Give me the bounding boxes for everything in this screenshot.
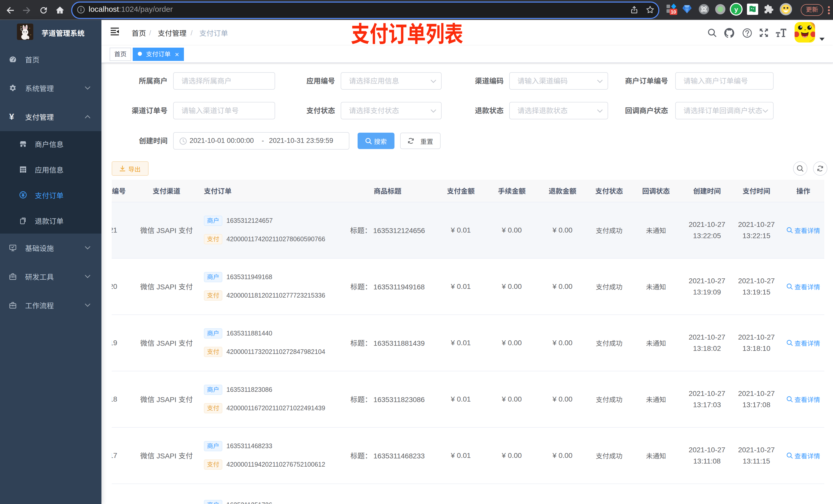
svg-text:10: 10 xyxy=(671,9,676,15)
svg-text:y: y xyxy=(734,6,738,13)
